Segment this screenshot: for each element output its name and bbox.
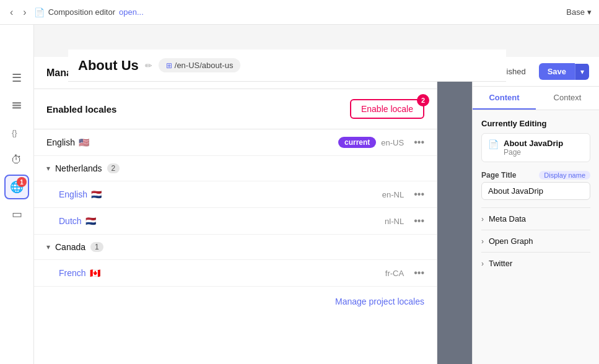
english-flag: 🇺🇸 <box>79 137 89 147</box>
twitter-chevron-icon: › <box>481 259 484 268</box>
nl-dutch-locale-row: Dutch 🇳🇱 nl-NL ••• <box>34 208 437 235</box>
english-locale-code: en-US <box>381 138 404 147</box>
nl-dutch-code: nl-NL <box>385 217 404 226</box>
open-link[interactable]: open... <box>119 7 144 17</box>
current-badge: current <box>338 137 376 148</box>
canada-chevron-icon: ▾ <box>46 243 50 251</box>
ca-french-flag: 🇨🇦 <box>90 268 100 278</box>
svg-text:{}: {} <box>12 128 17 137</box>
composition-tab: 📄 Composition editor open... <box>34 7 144 17</box>
meta-data-label: Meta Data <box>489 214 526 223</box>
english-dots-button[interactable]: ••• <box>414 137 424 148</box>
ca-french-dots-button[interactable]: ••• <box>414 267 424 279</box>
breadcrumb-grid-icon: ⊞ <box>166 61 172 70</box>
page-title-field: Page Title Display name <box>481 171 590 200</box>
nl-dutch-locale-name[interactable]: Dutch 🇳🇱 <box>59 216 380 226</box>
english-locale-name: English 🇺🇸 <box>46 137 333 147</box>
open-graph-section[interactable]: › Open Graph <box>481 230 590 252</box>
enabled-locales-section: Enabled locales Enable locale 2 <box>34 89 437 129</box>
sidebar-layout-button[interactable]: ▭ <box>4 202 29 227</box>
meta-data-section[interactable]: › Meta Data <box>481 207 590 230</box>
manage-link-row: Manage project locales <box>34 287 437 316</box>
tab-label: Composition editor <box>48 7 115 17</box>
meta-data-chevron-icon: › <box>481 215 484 223</box>
nl-english-locale-name[interactable]: English 🇳🇱 <box>59 189 377 199</box>
svg-rect-1 <box>12 105 21 106</box>
currently-editing-label: Currently Editing <box>481 119 590 128</box>
svg-rect-2 <box>12 107 21 109</box>
netherlands-group-header[interactable]: ▾ Netherlands 2 <box>34 156 437 181</box>
twitter-label: Twitter <box>489 259 512 268</box>
editing-item: 📄 About JavaDrip Page <box>481 133 590 162</box>
ca-french-locale-row: French 🇨🇦 fr-CA ••• <box>34 260 437 287</box>
ca-french-code: fr-CA <box>385 269 404 278</box>
topbar: ‹ › 📄 Composition editor open... Base ▾ <box>0 0 599 25</box>
main-panel: Manage locales ▭ ✕ Enabled locales Enabl… <box>34 57 437 364</box>
base-chevron: ▾ <box>587 7 592 17</box>
forward-button[interactable]: › <box>20 4 28 20</box>
canvas-strip <box>437 57 472 364</box>
canada-group-header[interactable]: ▾ Canada 1 <box>34 235 437 260</box>
sidebar-code-button[interactable]: {} <box>4 120 29 145</box>
enabled-locales-label: Enabled locales <box>46 104 116 115</box>
save-button[interactable]: Save <box>539 63 575 80</box>
icon-sidebar: ☰ {} ⏱ 🌐 1 ▭ <box>0 25 34 364</box>
editing-name: About JavaDrip <box>504 139 563 148</box>
sidebar-locales-button[interactable]: 🌐 1 <box>4 175 29 199</box>
sidebar-locales-badge: 1 <box>17 177 27 187</box>
nl-english-locale-row: English 🇳🇱 en-NL ••• <box>34 181 437 208</box>
canada-count-badge: 1 <box>90 242 103 252</box>
netherlands-chevron-icon: ▾ <box>46 164 50 173</box>
right-panel-tabs: Content Context <box>473 87 599 110</box>
editing-type: Page <box>504 148 563 157</box>
back-button[interactable]: ‹ <box>7 4 15 20</box>
sidebar-layers-button[interactable] <box>4 93 29 118</box>
right-panel-content: Currently Editing 📄 About JavaDrip Page … <box>473 110 599 364</box>
nl-english-flag: 🇳🇱 <box>91 189 102 199</box>
breadcrumb-path: /en-US/about-us <box>175 61 234 70</box>
main-layout: ☰ {} ⏱ 🌐 1 ▭ About Us ✏ ⊞ /en-U <box>0 25 599 364</box>
open-graph-label: Open Graph <box>489 236 533 246</box>
breadcrumb: ⊞ /en-US/about-us <box>159 58 241 72</box>
editing-doc-icon: 📄 <box>488 139 499 149</box>
canada-group-label: Canada <box>55 242 85 252</box>
base-button[interactable]: Base ▾ <box>566 7 592 17</box>
page-header: About Us ✏ ⊞ /en-US/about-us <box>68 50 506 82</box>
english-locale-row: English 🇺🇸 current en-US ••• <box>34 129 437 156</box>
ca-french-locale-name[interactable]: French 🇨🇦 <box>59 268 380 278</box>
twitter-section[interactable]: › Twitter <box>481 252 590 274</box>
display-name-badge: Display name <box>539 171 590 180</box>
sidebar-history-button[interactable]: ⏱ <box>4 147 29 172</box>
manage-project-locales-link[interactable]: Manage project locales <box>335 297 424 306</box>
nl-english-dots-button[interactable]: ••• <box>414 189 424 200</box>
nl-dutch-flag: 🇳🇱 <box>85 216 96 226</box>
enable-locale-button[interactable]: Enable locale 2 <box>350 99 424 119</box>
tab-context[interactable]: Context <box>536 87 599 110</box>
netherlands-count-badge: 2 <box>107 163 120 173</box>
svg-rect-0 <box>12 102 21 104</box>
step-badge: 2 <box>417 94 429 106</box>
tab-content[interactable]: Content <box>473 87 536 110</box>
save-btn-group: Save ▾ <box>539 63 589 80</box>
base-label: Base <box>566 7 585 17</box>
topbar-right: Base ▾ <box>566 7 592 17</box>
right-panel: published Save ▾ Content Context Current… <box>472 57 599 364</box>
open-graph-chevron-icon: › <box>481 237 484 246</box>
edit-icon[interactable]: ✏ <box>145 61 152 71</box>
document-icon: 📄 <box>34 7 45 17</box>
nl-dutch-dots-button[interactable]: ••• <box>414 215 424 227</box>
netherlands-group-label: Netherlands <box>55 163 102 173</box>
content-wrapper: Manage locales ▭ ✕ Enabled locales Enabl… <box>34 57 599 364</box>
page-title: About Us <box>78 58 139 74</box>
sidebar-menu-button[interactable]: ☰ <box>4 66 29 90</box>
save-chevron-button[interactable]: ▾ <box>575 64 589 80</box>
page-title-label: Page Title <box>481 171 516 180</box>
nl-english-code: en-NL <box>382 190 404 199</box>
page-title-input[interactable] <box>481 182 590 200</box>
